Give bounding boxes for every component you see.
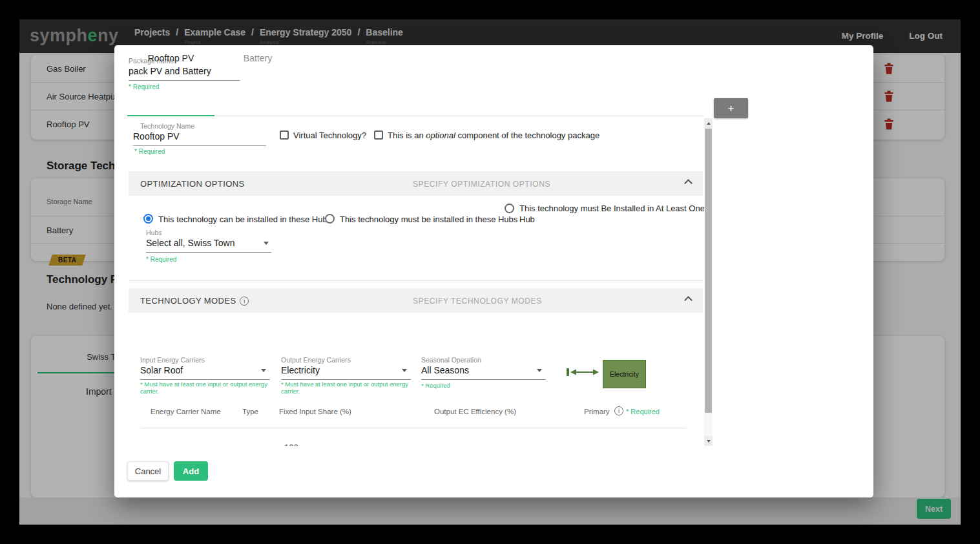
input-carriers-select[interactable]: Solar Roof [140, 364, 270, 380]
scrollbar[interactable] [704, 118, 713, 446]
technology-modes-subtitle: SPECIFY TECHNOLOGY MODES [413, 297, 542, 306]
radio-label: This technology must be installed in the… [340, 214, 517, 225]
radio-must-be-installed[interactable]: This technology must be installed in the… [325, 214, 517, 225]
dropdown-arrow-icon [261, 369, 266, 372]
app-page: sympheny Projects / Example Case Project… [19, 19, 961, 525]
column-header-type: Type [242, 408, 258, 415]
radio-label: This technology must Be Installed in At … [519, 203, 715, 225]
checkbox-icon[interactable] [374, 131, 383, 140]
seasonal-operation-label: Seasonal Operation [421, 356, 481, 364]
dropdown-arrow-icon [402, 369, 407, 372]
radio-at-least-one-hub[interactable]: This technology must Be Installed in At … [505, 203, 715, 225]
required-note: * Required [129, 83, 159, 90]
scroll-down-icon [707, 440, 711, 443]
hubs-label: Hubs [146, 229, 162, 236]
virtual-technology-checkbox[interactable]: Virtual Technology? [280, 131, 366, 140]
dropdown-arrow-icon [537, 369, 542, 372]
radio-label: This technology can be installed in thes… [158, 214, 331, 225]
column-header-energy-carrier: Energy Carrier Name [151, 408, 221, 415]
radio-icon[interactable] [325, 214, 335, 224]
hubs-select[interactable]: Select all, Swiss Town [146, 237, 271, 253]
info-icon[interactable]: i [240, 297, 249, 306]
carrier-required-note: * Must have at least one input or output… [140, 381, 271, 395]
section-divider [129, 280, 703, 281]
output-carriers-select[interactable]: Electricity [281, 364, 411, 380]
scrollbar-thumb[interactable] [705, 129, 712, 413]
tab-rooftop-pv[interactable]: Rooftop PV [127, 45, 214, 71]
checkbox-label: Virtual Technology? [293, 131, 366, 140]
input-carriers-value: Solar Roof [140, 365, 183, 375]
technology-name-input[interactable]: Rooftop PV [133, 131, 266, 146]
technology-name-value: Rooftop PV [133, 131, 180, 141]
optional-component-checkbox[interactable]: This is an optional component of the tec… [374, 131, 599, 140]
checkbox-icon[interactable] [280, 131, 289, 140]
tab-battery[interactable]: Battery [214, 45, 301, 71]
output-carriers-label: Output Energy Carriers [281, 356, 351, 364]
column-header-primary: Primary [584, 408, 610, 415]
technology-modes-title: TECHNOLOGY MODESi [140, 296, 249, 306]
column-header-output-ec-efficiency: Output EC Efficiency (%) [434, 408, 516, 415]
technology-package-dialog: Package name pack PV and Battery * Requi… [114, 45, 873, 497]
required-note: * Required [626, 408, 660, 415]
output-carriers-value: Electricity [281, 365, 320, 375]
required-note: * Required [134, 148, 165, 155]
seasonal-operation-select[interactable]: All Seasons [421, 364, 546, 380]
technology-name-label: Technology Name [140, 122, 194, 130]
input-carriers-label: Input Energy Carriers [140, 356, 205, 364]
column-header-fixed-input-share: Fixed Input Share (%) [279, 408, 351, 415]
radio-selected-icon[interactable] [143, 214, 153, 224]
electricity-node: Electricity [603, 360, 646, 388]
fixed-input-share-value: 100 [284, 443, 298, 446]
scroll-up-button[interactable] [704, 118, 713, 128]
dropdown-arrow-icon [264, 242, 269, 245]
flow-arrow-icon [567, 367, 603, 377]
optimization-options-subtitle: SPECIFY OPTIMIZATION OPTIONS [413, 180, 550, 189]
add-button[interactable]: Add [174, 461, 208, 481]
clipped-cell: 100 [284, 441, 310, 446]
seasonal-operation-value: All Seasons [421, 365, 469, 375]
scroll-down-button[interactable] [704, 436, 713, 446]
optimization-options-title: OPTIMIZATION OPTIONS [140, 179, 245, 189]
cancel-button[interactable]: Cancel [127, 461, 169, 481]
active-tab-underline [127, 115, 214, 116]
checkbox-label: This is an optional component of the tec… [388, 131, 599, 140]
required-note: * Required [146, 256, 176, 263]
hubs-select-value: Select all, Swiss Town [146, 238, 235, 248]
info-icon[interactable]: i [614, 406, 623, 415]
radio-icon[interactable] [505, 204, 514, 213]
table-header-divider [140, 428, 687, 428]
carrier-required-note: * Must have at least one input or output… [281, 381, 412, 395]
radio-can-be-installed[interactable]: This technology can be installed in thes… [143, 214, 331, 225]
add-tab-button[interactable]: + [714, 98, 748, 118]
required-note: * Required [421, 382, 450, 389]
scroll-up-icon [707, 122, 711, 125]
